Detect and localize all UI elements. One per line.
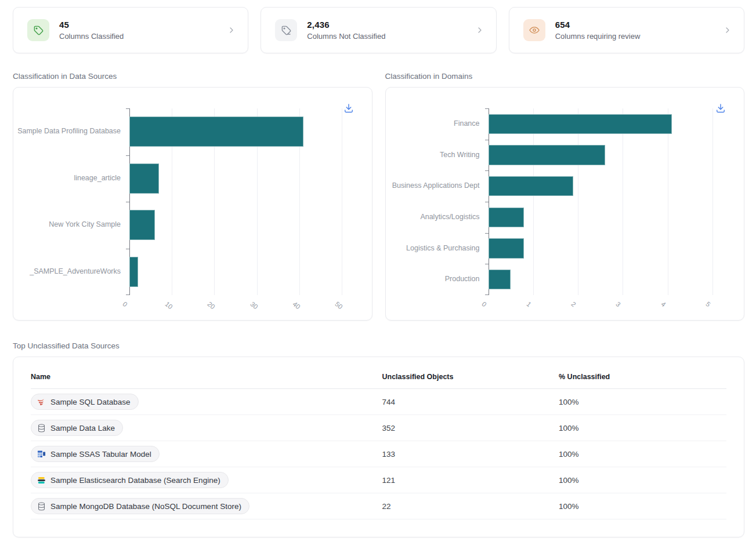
sql-database-icon: [37, 398, 46, 406]
x-tick-label: 3: [615, 300, 623, 308]
table-section-title: Top Unclassified Data Sources: [13, 341, 744, 350]
chart-title: Classification in Domains: [385, 72, 745, 81]
tag-icon: [27, 19, 49, 41]
y-category-label: _SAMPLE_AdventureWorks: [13, 249, 121, 296]
bar-sample-adventureworks[interactable]: [129, 257, 138, 287]
source-chip-sample-elasticsearch-database-search-engine[interactable]: Sample Elasticsearch Database (Search En…: [31, 472, 229, 488]
bar-finance[interactable]: [489, 114, 672, 134]
percent-unclassified-cell: 100%: [559, 441, 726, 467]
table-row: Sample Data Lake352100%: [31, 415, 726, 441]
unclassified-sources-table: NameUnclassified Objects% Unclassified S…: [31, 361, 726, 519]
x-tick-label: 5: [704, 300, 712, 308]
x-tick-label: 40: [291, 300, 302, 310]
name-cell: Sample SQL Database: [31, 389, 382, 415]
gridline: [578, 108, 578, 295]
ssas-tabular-icon: [37, 450, 46, 459]
x-tick-label: 0: [480, 300, 488, 308]
table-row: Sample MongoDB Database (NoSQL Document …: [31, 493, 726, 519]
chart-section-classification-in-data-sources: Classification in Data Sources0102030405…: [13, 53, 372, 321]
stat-value: 654: [555, 20, 641, 30]
y-category-label: Production: [386, 264, 480, 295]
source-name: Sample Data Lake: [50, 424, 115, 432]
source-name: Sample SQL Database: [50, 398, 131, 406]
name-cell: Sample Data Lake: [31, 415, 382, 441]
source-name: Sample MongoDB Database (NoSQL Document …: [50, 502, 241, 511]
unclassified-objects-cell: 744: [382, 389, 559, 415]
source-name: Sample Elasticsearch Database (Search En…: [50, 476, 220, 485]
chevron-right-icon[interactable]: [475, 26, 484, 35]
chart-title: Classification in Data Sources: [13, 72, 372, 81]
tag-minus-icon: [275, 19, 297, 41]
source-chip-sample-sql-database[interactable]: Sample SQL Database: [31, 394, 139, 410]
stat-card-columns-classified[interactable]: 45Columns Classified: [13, 7, 248, 53]
axis-tick-mark: [485, 140, 489, 140]
chart-plot-area: 012345FinanceTech WritingBusiness Applic…: [489, 108, 722, 295]
stat-card-columns-not-classified[interactable]: 2,436Columns Not Classified: [261, 7, 496, 53]
y-category-label: Analytics/Logistics: [386, 202, 480, 233]
stat-card-text: 2,436Columns Not Classified: [307, 20, 385, 41]
gridline: [342, 108, 342, 295]
y-category-label: Finance: [386, 108, 480, 140]
x-tick-label: 10: [164, 300, 174, 310]
column-header-unclassified-objects: Unclassified Objects: [382, 361, 559, 389]
y-category-label: lineage_article: [13, 155, 121, 202]
bar-new-york-city-sample[interactable]: [129, 210, 155, 240]
x-tick-label: 20: [207, 300, 217, 310]
x-tick-label: 30: [249, 300, 259, 310]
y-category-label: Tech Writing: [386, 140, 480, 171]
source-chip-sample-ssas-tabular-model[interactable]: Sample SSAS Tabular Model: [31, 446, 160, 462]
x-tick-label: 0: [121, 300, 129, 308]
axis-tick-mark: [485, 295, 489, 295]
stat-card-text: 654Columns requiring review: [555, 20, 641, 41]
gridline: [712, 108, 713, 295]
classification-dashboard: 45Columns Classified2,436Columns Not Cla…: [0, 0, 756, 549]
axis-tick-mark: [485, 233, 489, 234]
bar-sample-data-profiling-database[interactable]: [129, 117, 303, 147]
gridline: [533, 108, 534, 295]
elasticsearch-icon: [37, 476, 46, 485]
y-axis-line: [489, 108, 489, 295]
table-header-row: NameUnclassified Objects% Unclassified: [31, 361, 726, 389]
column-header-unclassified: % Unclassified: [559, 361, 726, 389]
bar-analytics-logistics[interactable]: [489, 208, 525, 227]
chart-plot-area: 01020304050Sample Data Profiling Databas…: [129, 108, 355, 295]
stat-label: Columns Classified: [59, 32, 124, 41]
x-tick-label: 1: [525, 300, 533, 308]
axis-tick-mark: [485, 264, 489, 264]
axis-tick-mark: [126, 155, 129, 156]
x-tick-label: 50: [334, 300, 344, 310]
gridline: [623, 108, 623, 295]
axis-tick-mark: [485, 108, 489, 109]
table-row: Sample SQL Database744100%: [31, 389, 726, 415]
bar-lineage-article[interactable]: [129, 163, 159, 194]
stat-value: 2,436: [307, 20, 385, 30]
table-row: Sample SSAS Tabular Model133100%: [31, 441, 726, 467]
axis-tick-mark: [126, 249, 129, 249]
source-chip-sample-mongodb-database-nosql-document-store[interactable]: Sample MongoDB Database (NoSQL Document …: [31, 498, 249, 514]
stat-card-columns-requiring-review[interactable]: 654Columns requiring review: [509, 7, 744, 53]
unclassified-objects-cell: 133: [382, 441, 559, 467]
y-category-label: Business Applications Dept: [386, 170, 480, 202]
stat-label: Columns requiring review: [555, 32, 641, 41]
axis-tick-mark: [485, 170, 489, 171]
y-category-label: Logistics & Purchasing: [386, 233, 480, 264]
source-chip-sample-data-lake[interactable]: Sample Data Lake: [31, 420, 123, 436]
source-name: Sample SSAS Tabular Model: [50, 450, 151, 459]
chevron-right-icon[interactable]: [723, 26, 732, 35]
table-section: Top Unclassified Data Sources NameUnclas…: [13, 341, 744, 537]
percent-unclassified-cell: 100%: [559, 389, 726, 415]
chevron-right-icon[interactable]: [227, 26, 236, 35]
name-cell: Sample MongoDB Database (NoSQL Document …: [31, 493, 382, 519]
x-tick-label: 4: [660, 300, 667, 308]
axis-tick-mark: [126, 295, 129, 295]
y-category-label: New York City Sample: [13, 202, 121, 249]
bar-logistics-purchasing[interactable]: [489, 238, 525, 258]
table-row: Sample Elasticsearch Database (Search En…: [31, 467, 726, 493]
bar-production[interactable]: [489, 270, 511, 289]
bar-tech-writing[interactable]: [489, 145, 605, 165]
unclassified-objects-cell: 121: [382, 467, 559, 493]
bar-business-applications-dept[interactable]: [489, 176, 574, 196]
axis-tick-mark: [126, 202, 129, 202]
chart-section-classification-in-domains: Classification in Domains012345FinanceTe…: [385, 53, 745, 321]
chart-card: 012345FinanceTech WritingBusiness Applic…: [385, 87, 745, 321]
